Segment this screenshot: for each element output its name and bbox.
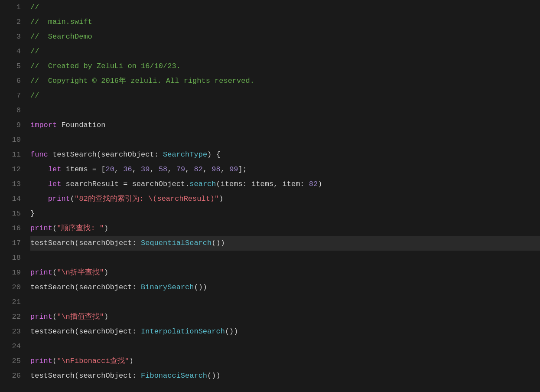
code-line-26: testSearch(searchObject: FibonacciSearch… bbox=[30, 369, 540, 383]
code-content[interactable]: //// main.swift// SearchDemo//// Created… bbox=[26, 0, 540, 392]
line-number-2: 2 bbox=[0, 15, 26, 29]
line-number-6: 6 bbox=[0, 74, 26, 88]
line-number-1: 1 bbox=[0, 0, 26, 15]
code-line-1: // bbox=[30, 0, 540, 15]
line-number-18: 18 bbox=[0, 251, 26, 265]
line-number-15: 15 bbox=[0, 206, 26, 221]
line-number-20: 20 bbox=[0, 280, 26, 295]
code-line-22: print("\n插值查找") bbox=[30, 310, 540, 324]
code-line-18 bbox=[30, 251, 540, 265]
code-line-7: // bbox=[30, 88, 540, 103]
code-line-12: let items = [20, 36, 39, 58, 79, 82, 98,… bbox=[30, 162, 540, 177]
code-line-15: } bbox=[30, 206, 540, 221]
code-line-19: print("\n折半查找") bbox=[30, 265, 540, 280]
code-line-6: // Copyright © 2016年 zeluli. All rights … bbox=[30, 74, 540, 88]
line-number-3: 3 bbox=[0, 29, 26, 44]
line-number-13: 13 bbox=[0, 177, 26, 192]
line-numbers: 1234567891011121314151617181920212223242… bbox=[0, 0, 26, 392]
code-line-11: func testSearch(searchObject: SearchType… bbox=[30, 147, 540, 162]
line-number-5: 5 bbox=[0, 59, 26, 74]
line-number-10: 10 bbox=[0, 133, 26, 147]
line-number-9: 9 bbox=[0, 118, 26, 133]
code-line-5: // Created by ZeluLi on 16/10/23. bbox=[30, 59, 540, 74]
line-number-14: 14 bbox=[0, 192, 26, 206]
line-number-17: 17 bbox=[0, 236, 26, 251]
code-line-2: // main.swift bbox=[30, 15, 540, 29]
code-line-17: testSearch(searchObject: SequentialSearc… bbox=[30, 236, 540, 251]
line-number-19: 19 bbox=[0, 265, 26, 280]
line-number-26: 26 bbox=[0, 369, 26, 383]
code-line-24 bbox=[30, 339, 540, 354]
line-number-11: 11 bbox=[0, 147, 26, 162]
line-number-22: 22 bbox=[0, 310, 26, 324]
code-line-10 bbox=[30, 133, 540, 147]
code-line-25: print("\nFibonacci查找") bbox=[30, 354, 540, 369]
line-number-12: 12 bbox=[0, 162, 26, 177]
code-line-8 bbox=[30, 103, 540, 118]
line-number-16: 16 bbox=[0, 221, 26, 236]
line-number-8: 8 bbox=[0, 103, 26, 118]
code-line-21 bbox=[30, 295, 540, 310]
code-line-3: // SearchDemo bbox=[30, 29, 540, 44]
code-line-13: let searchResult = searchObject.search(i… bbox=[30, 177, 540, 192]
code-line-16: print("顺序查找: ") bbox=[30, 221, 540, 236]
code-line-23: testSearch(searchObject: InterpolationSe… bbox=[30, 324, 540, 339]
line-number-25: 25 bbox=[0, 354, 26, 369]
line-number-21: 21 bbox=[0, 295, 26, 310]
code-line-4: // bbox=[30, 44, 540, 59]
code-line-14: print("82的查找的索引为: \(searchResult)") bbox=[30, 192, 540, 206]
code-line-20: testSearch(searchObject: BinarySearch()) bbox=[30, 280, 540, 295]
line-number-24: 24 bbox=[0, 339, 26, 354]
line-number-7: 7 bbox=[0, 88, 26, 103]
code-editor: 1234567891011121314151617181920212223242… bbox=[0, 0, 540, 392]
code-line-9: import Foundation bbox=[30, 118, 540, 133]
line-number-23: 23 bbox=[0, 324, 26, 339]
line-number-4: 4 bbox=[0, 44, 26, 59]
